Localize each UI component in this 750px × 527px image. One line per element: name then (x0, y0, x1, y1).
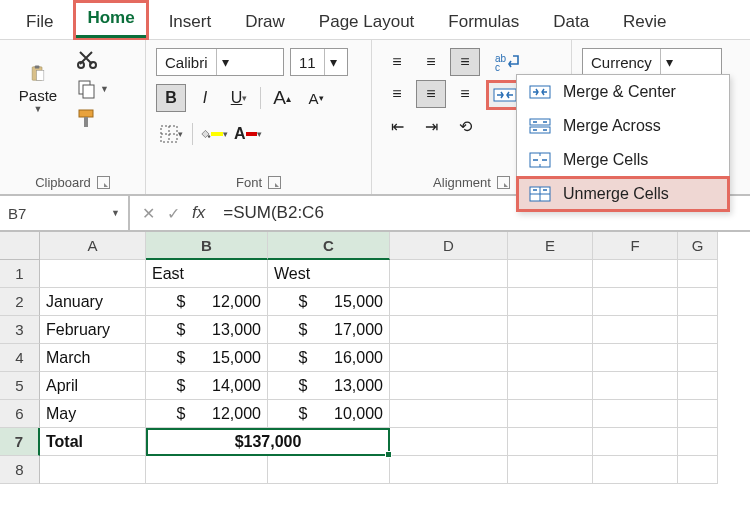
row-header[interactable]: 4 (0, 344, 40, 372)
cell[interactable] (390, 456, 508, 484)
cell[interactable] (146, 456, 268, 484)
cell[interactable]: $ 14,000 (146, 372, 268, 400)
tab-data[interactable]: Data (541, 6, 601, 39)
cell[interactable]: $ 15,000 (268, 288, 390, 316)
merge-across-item[interactable]: Merge Across (517, 109, 729, 143)
cell[interactable] (678, 428, 718, 456)
cell[interactable]: May (40, 400, 146, 428)
cell[interactable] (678, 260, 718, 288)
cell[interactable] (390, 372, 508, 400)
cell[interactable] (508, 316, 593, 344)
row-header[interactable]: 1 (0, 260, 40, 288)
cell[interactable]: East (146, 260, 268, 288)
tab-formulas[interactable]: Formulas (436, 6, 531, 39)
borders-button[interactable]: ▾ (156, 120, 186, 148)
wrap-text-button[interactable]: abc (488, 48, 528, 76)
align-top-button[interactable]: ≡ (382, 48, 412, 76)
cell[interactable] (390, 428, 508, 456)
cell[interactable] (678, 344, 718, 372)
increase-indent-button[interactable]: ⇥ (416, 112, 446, 140)
decrease-font-button[interactable]: A▾ (301, 84, 331, 112)
cell[interactable]: $ 10,000 (268, 400, 390, 428)
decrease-indent-button[interactable]: ⇤ (382, 112, 412, 140)
font-color-button[interactable]: A ▾ (233, 120, 263, 148)
name-box[interactable]: B7 ▼ (0, 196, 130, 230)
merge-and-center-item[interactable]: Merge & Center (517, 75, 729, 109)
font-family-combo[interactable]: Calibri ▾ (156, 48, 284, 76)
dialog-launcher-icon[interactable] (497, 176, 510, 189)
col-header-C[interactable]: C (268, 232, 390, 260)
cell[interactable]: $ 12,000 (146, 400, 268, 428)
merge-cells-item[interactable]: Merge Cells (517, 143, 729, 177)
fill-handle[interactable] (385, 451, 392, 458)
cell[interactable] (593, 316, 678, 344)
row-header[interactable]: 3 (0, 316, 40, 344)
cell[interactable] (593, 344, 678, 372)
bold-button[interactable]: B (156, 84, 186, 112)
cell[interactable] (508, 288, 593, 316)
cell[interactable]: $ 15,000 (146, 344, 268, 372)
number-format-combo[interactable]: Currency ▾ (582, 48, 722, 76)
dialog-launcher-icon[interactable] (268, 176, 281, 189)
cell[interactable] (593, 372, 678, 400)
increase-font-button[interactable]: A▴ (267, 84, 297, 112)
row-header[interactable]: 8 (0, 456, 40, 484)
cell[interactable] (390, 260, 508, 288)
select-all-corner[interactable] (0, 232, 40, 260)
selected-merged-cell[interactable]: $137,000 (146, 428, 390, 456)
fx-icon[interactable]: fx (192, 203, 205, 223)
cell[interactable] (593, 456, 678, 484)
cell[interactable]: West (268, 260, 390, 288)
col-header-G[interactable]: G (678, 232, 718, 260)
align-center-button[interactable]: ≡ (416, 80, 446, 108)
tab-draw[interactable]: Draw (233, 6, 297, 39)
dialog-launcher-icon[interactable] (97, 176, 110, 189)
cell[interactable] (390, 316, 508, 344)
cell[interactable]: March (40, 344, 146, 372)
tab-review[interactable]: Revie (611, 6, 678, 39)
tab-file[interactable]: File (14, 6, 65, 39)
cell[interactable] (40, 260, 146, 288)
cell[interactable] (508, 428, 593, 456)
tab-home[interactable]: Home (75, 2, 146, 39)
cell[interactable] (593, 428, 678, 456)
row-header[interactable]: 6 (0, 400, 40, 428)
col-header-B[interactable]: B (146, 232, 268, 260)
spreadsheet-grid[interactable]: A B C D E F G 1 East West 2 January $ 12… (0, 232, 750, 484)
cell[interactable]: $ 13,000 (268, 372, 390, 400)
unmerge-cells-item[interactable]: Unmerge Cells (517, 177, 729, 211)
cell[interactable] (390, 344, 508, 372)
cell[interactable] (678, 456, 718, 484)
cancel-formula-button[interactable]: ✕ (142, 204, 155, 223)
cell[interactable] (40, 456, 146, 484)
format-painter-button[interactable] (76, 108, 109, 130)
cell[interactable]: $ 12,000 (146, 288, 268, 316)
cell[interactable] (593, 400, 678, 428)
cell[interactable] (678, 316, 718, 344)
italic-button[interactable]: I (190, 84, 220, 112)
cell[interactable] (268, 456, 390, 484)
col-header-D[interactable]: D (390, 232, 508, 260)
col-header-E[interactable]: E (508, 232, 593, 260)
cell[interactable] (678, 372, 718, 400)
cut-button[interactable] (76, 48, 109, 70)
cell[interactable] (508, 456, 593, 484)
cell[interactable] (390, 400, 508, 428)
col-header-F[interactable]: F (593, 232, 678, 260)
row-header[interactable]: 2 (0, 288, 40, 316)
tab-page-layout[interactable]: Page Layout (307, 6, 426, 39)
cell[interactable] (678, 288, 718, 316)
cell[interactable] (508, 260, 593, 288)
align-left-button[interactable]: ≡ (382, 80, 412, 108)
cell[interactable] (508, 372, 593, 400)
cell[interactable]: $ 17,000 (268, 316, 390, 344)
cell[interactable]: $ 13,000 (146, 316, 268, 344)
font-size-combo[interactable]: 11 ▾ (290, 48, 348, 76)
row-header[interactable]: 7 (0, 428, 40, 456)
cell[interactable]: $ 16,000 (268, 344, 390, 372)
cell[interactable] (678, 400, 718, 428)
cell[interactable] (593, 288, 678, 316)
underline-button[interactable]: U ▾ (224, 84, 254, 112)
enter-formula-button[interactable]: ✓ (167, 204, 180, 223)
align-middle-button[interactable]: ≡ (416, 48, 446, 76)
